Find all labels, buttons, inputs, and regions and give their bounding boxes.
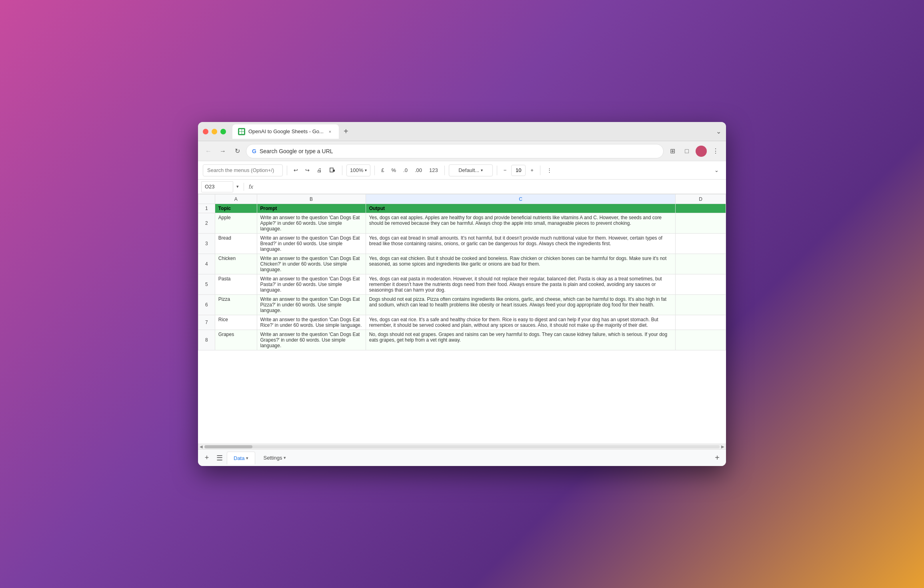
cell-b8[interactable]: Write an answer to the question 'Can Dog…: [257, 330, 366, 350]
cell-a6[interactable]: Pizza: [215, 295, 257, 315]
cell-d6[interactable]: [676, 295, 726, 315]
zoom-selector[interactable]: 100% ▾: [346, 164, 370, 176]
toolbar-separator-6: [540, 166, 540, 175]
refresh-button[interactable]: ↻: [232, 146, 243, 157]
cell-d7[interactable]: [676, 315, 726, 330]
header-d[interactable]: [676, 204, 726, 213]
cell-c2[interactable]: Yes, dogs can eat apples. Apples are hea…: [366, 213, 676, 234]
row-num-5: 5: [198, 274, 215, 295]
cell-c5[interactable]: Yes, dogs can eat pasta in moderation. H…: [366, 274, 676, 295]
percent-button[interactable]: %: [389, 164, 398, 176]
tab-list-button[interactable]: ⌄: [716, 128, 721, 135]
add-new-sheet-button[interactable]: +: [712, 452, 723, 464]
cell-b3[interactable]: Write an answer to the question 'Can Dog…: [257, 234, 366, 254]
window-icon[interactable]: □: [681, 146, 692, 157]
decimal-less-button[interactable]: .0: [401, 164, 410, 176]
address-bar[interactable]: G Search Google or type a URL: [246, 144, 664, 158]
toolbar-separator-2: [342, 166, 342, 175]
url-input[interactable]: Search Google or type a URL: [260, 148, 658, 154]
cell-c4[interactable]: Yes, dogs can eat chicken. But it should…: [366, 254, 676, 274]
cell-d8[interactable]: [676, 330, 726, 350]
extensions-icon[interactable]: ⊞: [667, 146, 678, 157]
col-header-b[interactable]: B: [257, 194, 366, 204]
close-button[interactable]: [203, 129, 208, 134]
maximize-button[interactable]: [220, 129, 226, 134]
cell-d5[interactable]: [676, 274, 726, 295]
scroll-left-arrow[interactable]: ◀: [200, 444, 203, 449]
cell-a5[interactable]: Pasta: [215, 274, 257, 295]
minimize-button[interactable]: [212, 129, 217, 134]
font-size-plus-button[interactable]: +: [528, 164, 536, 176]
cell-a8[interactable]: Grapes: [215, 330, 257, 350]
col-header-a[interactable]: A: [215, 194, 257, 204]
print-button[interactable]: 🖨: [314, 164, 324, 176]
currency-button[interactable]: £: [379, 164, 386, 176]
cell-d3[interactable]: [676, 234, 726, 254]
browser-window: OpenAI to Google Sheets - Go... × + ⌄ ← …: [198, 122, 726, 466]
add-sheet-icon-btn[interactable]: +: [201, 452, 212, 464]
chrome-menu-icon[interactable]: ⋮: [710, 146, 721, 157]
redo-button[interactable]: ↪: [303, 164, 312, 176]
back-button[interactable]: ←: [203, 146, 214, 157]
cell-c3[interactable]: Yes, dogs can eat bread in small amounts…: [366, 234, 676, 254]
forward-button[interactable]: →: [217, 146, 228, 157]
header-topic[interactable]: Topic: [215, 204, 257, 213]
settings-sheet-tab[interactable]: Settings ▾: [257, 452, 292, 464]
cell-a7[interactable]: Rice: [215, 315, 257, 330]
undo-button[interactable]: ↩: [291, 164, 300, 176]
cell-b4[interactable]: Write an answer to the question 'Can Dog…: [257, 254, 366, 274]
scrollbar-thumb[interactable]: [204, 445, 252, 448]
cell-b5[interactable]: Write an answer to the question 'Can Dog…: [257, 274, 366, 295]
cell-b2[interactable]: Write an answer to the question 'Can Dog…: [257, 213, 366, 234]
google-logo: G: [252, 148, 256, 154]
sheets-toolbar: ↩ ↪ 🖨 100% ▾ £ % .0 .00 123 Default... ▾…: [198, 161, 726, 180]
header-prompt[interactable]: Prompt: [257, 204, 366, 213]
cell-ref-bar: O23 ▾ fx: [198, 180, 726, 194]
more-options-button[interactable]: ⋮: [544, 164, 554, 176]
scroll-right-arrow[interactable]: ▶: [721, 444, 724, 449]
cell-b7[interactable]: Write an answer to the question 'Can Dog…: [257, 315, 366, 330]
menu-search-input[interactable]: [203, 164, 283, 176]
table-row: 3 Bread Write an answer to the question …: [198, 234, 726, 254]
cell-b6[interactable]: Write an answer to the question 'Can Dog…: [257, 295, 366, 315]
horizontal-scrollbar[interactable]: ◀ ▶: [198, 444, 726, 449]
paint-format-button[interactable]: [327, 164, 338, 176]
toolbar-separator-1: [287, 166, 287, 175]
tab-close-button[interactable]: ×: [327, 128, 333, 135]
font-size-input[interactable]: 10: [511, 165, 526, 176]
decimal-more-button[interactable]: .00: [412, 164, 424, 176]
svg-rect-1: [333, 170, 335, 172]
browser-toolbar-icons: ⊞ □ ⋮: [667, 146, 721, 157]
format-123-button[interactable]: 123: [427, 164, 440, 176]
cell-d4[interactable]: [676, 254, 726, 274]
active-tab[interactable]: OpenAI to Google Sheets - Go... ×: [232, 124, 339, 139]
cell-d2[interactable]: [676, 213, 726, 234]
scrollbar-track[interactable]: [204, 445, 720, 448]
svg-rect-0: [330, 168, 333, 172]
row-num-6: 6: [198, 295, 215, 315]
row-num-8: 8: [198, 330, 215, 350]
data-sheet-tab[interactable]: Data ▾: [227, 452, 255, 464]
col-header-d[interactable]: D: [676, 194, 726, 204]
sheets-tab-icon: [238, 128, 245, 135]
sheet-grid[interactable]: A B C D 1 Topic Prompt Output: [198, 194, 726, 444]
tab-title: OpenAI to Google Sheets - Go...: [248, 128, 324, 134]
font-size-minus-button[interactable]: −: [501, 164, 509, 176]
formula-icon: fx: [249, 184, 253, 190]
sheet-list-button[interactable]: ☰: [214, 452, 225, 464]
bottom-bar: + ☰ Data ▾ Settings ▾ +: [198, 449, 726, 466]
cell-a4[interactable]: Chicken: [215, 254, 257, 274]
cell-c6[interactable]: Dogs should not eat pizza. Pizza often c…: [366, 295, 676, 315]
cell-a3[interactable]: Bread: [215, 234, 257, 254]
cell-c8[interactable]: No, dogs should not eat grapes. Grapes a…: [366, 330, 676, 350]
user-avatar[interactable]: [696, 146, 707, 157]
new-tab-button[interactable]: +: [340, 126, 352, 137]
tab-bar: OpenAI to Google Sheets - Go... × + ⌄: [232, 124, 721, 139]
cell-a2[interactable]: Apple: [215, 213, 257, 234]
header-output[interactable]: Output: [366, 204, 676, 213]
col-header-c[interactable]: C: [366, 194, 676, 204]
cell-reference-box[interactable]: O23: [201, 181, 233, 192]
cell-c7[interactable]: Yes, dogs can eat rice. It's a safe and …: [366, 315, 676, 330]
font-selector[interactable]: Default... ▾: [449, 164, 493, 176]
expand-button[interactable]: ⌄: [712, 164, 721, 176]
